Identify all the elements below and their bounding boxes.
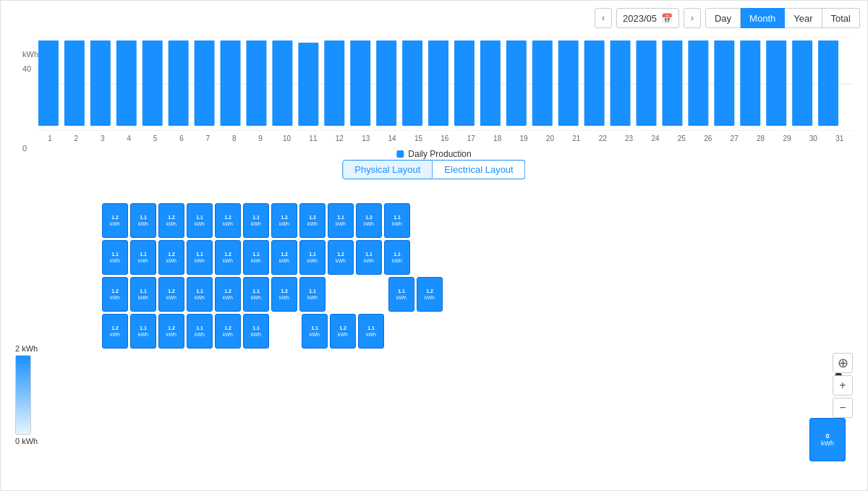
panel[interactable]: 1.1kWh [388,277,414,312]
panel[interactable]: 1.1kWh [187,314,213,349]
panel[interactable]: 1.1kWh [384,240,410,275]
bar-chart [37,37,853,131]
x-tick: 6 [169,135,195,142]
period-day-button[interactable]: Day [705,8,741,28]
svg-rect-26 [637,40,657,126]
x-tick: 15 [405,135,431,142]
panel[interactable]: 1.2kWh [271,240,297,275]
svg-rect-6 [116,40,137,126]
panel[interactable]: 1.1kWh [130,240,156,275]
header-controls: ‹ 2023/05 📅 › Day Month Year Total [595,8,860,28]
panel[interactable]: 1.1kWh [299,277,326,312]
layout-toggle: Physical Layout Electrical Layout [342,160,525,179]
x-tick: 30 [800,135,826,142]
x-tick: 28 [748,135,774,142]
panel[interactable]: 1.2kWh [215,240,241,275]
panel[interactable]: 1.1kWh [328,203,354,238]
svg-rect-33 [818,40,838,126]
x-tick: 31 [827,135,853,142]
x-tick: 17 [458,135,484,142]
panel[interactable]: 1.1kWh [187,277,213,312]
panel[interactable]: 1.1kWh [243,314,269,349]
main-container: ‹ 2023/05 📅 › Day Month Year Total 40 kW… [0,0,868,491]
svg-rect-20 [480,40,501,126]
panel[interactable]: 1.2kWh [215,277,241,312]
x-tick: 18 [485,135,511,142]
scale-bar [15,355,31,435]
period-total-button[interactable]: Total [822,8,860,28]
panel[interactable]: 1.2kWh [158,203,184,238]
panel[interactable]: 1.2kWh [328,240,354,275]
x-tick: 25 [668,135,694,142]
panel[interactable]: 1.1kWh [130,314,156,349]
svg-rect-19 [454,40,475,126]
panel[interactable]: 1.1kWh [130,277,156,312]
x-tick: 19 [511,135,537,142]
panel[interactable]: 1.1kWh [356,240,382,275]
panel[interactable]: 1.2kWh [417,277,443,312]
panel[interactable]: 1.2kWh [102,277,128,312]
panel[interactable]: 1.2kWh [102,203,128,238]
panel[interactable]: 1.2kWh [271,277,297,312]
panel[interactable]: 1.2kWh [271,203,297,238]
panel[interactable]: 1.2kWh [158,314,184,349]
zoom-center-button[interactable]: ⊕ [833,353,853,373]
panel[interactable]: 1.1kWh [243,203,269,238]
svg-rect-29 [714,40,734,126]
panel[interactable]: 1.2kWh [330,314,356,349]
panel[interactable]: 1.2kWh [215,314,241,349]
zoom-in-button[interactable]: + [833,375,853,396]
svg-rect-11 [246,40,266,126]
panel[interactable]: 1.2kWh [102,314,128,349]
svg-rect-28 [688,40,708,126]
svg-rect-12 [272,40,292,126]
panel[interactable]: 1.1kWh [302,314,328,349]
panel[interactable]: 1.1kWh [187,240,213,275]
panel[interactable]: 1.2kWh [356,203,382,238]
panel[interactable]: 1.2kWh [158,277,184,312]
panel[interactable]: 1.1kWh [187,203,213,238]
physical-layout-button[interactable]: Physical Layout [342,160,433,179]
chart-inner: 1 2 3 4 5 6 7 8 9 10 11 12 13 14 15 16 1… [37,37,853,149]
x-tick: 12 [326,135,352,142]
svg-rect-22 [532,40,553,126]
x-tick: 10 [274,135,300,142]
svg-rect-18 [428,40,448,126]
panel-row-1: 1.2kWh 1.1kWh 1.2kWh 1.1kWh 1.2kWh 1.1kW… [102,203,443,238]
panel-row-4: 1.2kWh 1.1kWh 1.2kWh 1.1kWh 1.2kWh 1.1kW… [102,314,443,349]
svg-rect-31 [766,40,786,126]
electrical-layout-button[interactable]: Electrical Layout [433,160,525,179]
svg-rect-4 [64,40,85,126]
y-max-label: 40 [22,64,31,73]
scale-legend: 2 kWh 0 kWh [15,344,38,445]
period-buttons: Day Month Year Total [705,8,860,28]
panel[interactable]: 1.2kWh [158,240,184,275]
zoom-out-button[interactable]: − [833,398,853,418]
panel[interactable]: 1.1kWh [384,203,410,238]
panels-container: 1.2kWh 1.1kWh 1.2kWh 1.1kWh 1.2kWh 1.1kW… [102,203,443,351]
x-tick: 20 [537,135,563,142]
svg-rect-9 [195,40,215,126]
panel[interactable]: 1.1kWh [102,240,128,275]
panel[interactable]: 1.1kWh [358,314,384,349]
period-year-button[interactable]: Year [785,8,822,28]
next-button[interactable]: › [684,8,701,28]
x-tick: 5 [142,135,169,142]
panel[interactable]: 1.2kWh [299,203,326,238]
panel[interactable]: 1.2kWh [215,203,241,238]
legend-label: Daily Production [408,149,471,159]
panel[interactable]: 1.1kWh [299,240,326,275]
x-tick: 26 [695,135,721,142]
svg-rect-14 [324,40,344,126]
y-axis-unit: kWh [22,50,38,59]
svg-rect-7 [142,40,163,126]
panel[interactable]: 1.1kWh [243,277,269,312]
x-tick: 16 [432,135,458,142]
period-month-button[interactable]: Month [741,8,785,28]
zoom-controls: ⊕ + − [833,353,853,418]
prev-button[interactable]: ‹ [595,8,612,28]
x-tick: 11 [300,135,326,142]
legend-dot [396,150,404,158]
panel[interactable]: 1.1kWh [243,240,269,275]
panel[interactable]: 1.1kWh [130,203,156,238]
